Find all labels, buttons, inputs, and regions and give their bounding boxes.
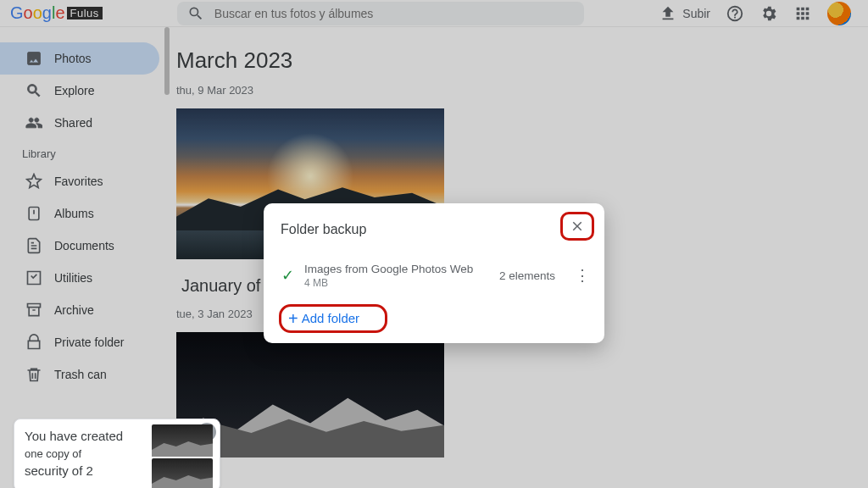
close-icon — [570, 219, 585, 234]
plus-icon: + — [288, 310, 298, 327]
folder-size: 4 MB — [304, 277, 473, 289]
toast-thumb[interactable] — [152, 424, 213, 457]
dialog-title: Folder backup — [279, 220, 442, 239]
toast-line: You have created — [25, 429, 123, 443]
add-folder-button[interactable]: + Add folder — [279, 304, 387, 333]
add-folder-label: Add folder — [302, 311, 359, 325]
toast-thumb[interactable] — [152, 458, 213, 488]
toast-line: security of 2 — [25, 463, 93, 478]
toast-line: one copy of — [25, 447, 81, 460]
more-vert-icon: ⋮ — [575, 267, 589, 284]
dialog-close-button[interactable] — [560, 212, 594, 241]
toast-thumbnails: ✕ — [152, 419, 220, 488]
folder-name: Images from Google Photos Web — [304, 263, 473, 277]
backup-folder-row: ✓ Images from Google Photos Web 4 MB 2 e… — [279, 263, 589, 289]
folder-backup-dialog: Folder backup ✓ Images from Google Photo… — [264, 203, 604, 343]
folder-element-count: 2 elements — [499, 269, 555, 282]
folder-more-button[interactable]: ⋮ — [574, 266, 589, 285]
toast-text: You have created one copy of security of… — [14, 419, 152, 488]
check-icon: ✓ — [279, 266, 296, 285]
backup-toast: You have created one copy of security of… — [14, 419, 220, 488]
